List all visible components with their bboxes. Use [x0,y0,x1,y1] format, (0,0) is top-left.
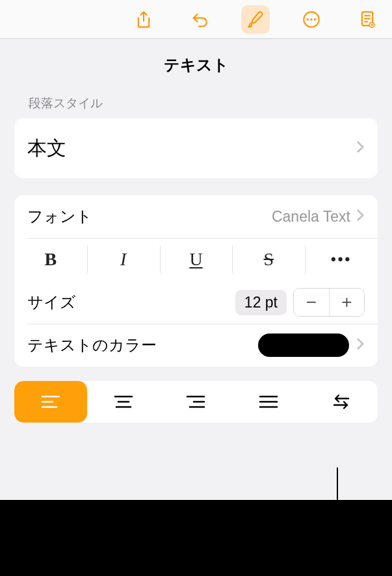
align-right-button[interactable] [160,381,233,423]
text-direction-icon [332,394,351,410]
alignment-bar [14,381,378,423]
chevron-right-icon [356,140,365,156]
font-value: Canela Text [272,208,350,226]
more-button[interactable] [297,5,326,34]
paragraph-style-label: 段落スタイル [14,95,378,118]
font-row[interactable]: フォント Canela Text [14,195,378,238]
chevron-right-icon [356,337,365,353]
format-button[interactable] [241,5,270,34]
text-color-swatch[interactable] [258,334,349,357]
format-panel: テキスト 段落スタイル 本文 フォント Canela Text [0,39,392,500]
paragraph-style-row[interactable]: 本文 [14,118,378,178]
text-color-label: テキストのカラー [27,335,157,356]
italic-button[interactable]: I [87,238,160,281]
bold-button[interactable]: B [14,238,87,281]
callout-line [337,467,338,558]
text-color-row[interactable]: テキストのカラー [14,324,378,367]
font-style-row: B I U S ••• [14,238,378,281]
panel-title: テキスト [14,39,378,95]
text-format-card: フォント Canela Text B I U S ••• サイズ [14,195,378,367]
align-left-button[interactable] [14,381,87,423]
document-icon [358,10,376,29]
size-value[interactable]: 12 pt [235,290,287,315]
paragraph-style-card: 本文 [14,118,378,178]
strikethrough-button[interactable]: S [232,238,305,281]
paragraph-style-value: 本文 [27,135,66,162]
align-justify-icon [259,394,278,410]
svg-point-2 [311,19,311,20]
svg-point-8 [369,21,374,27]
align-right-icon [186,394,205,410]
chevron-right-icon [356,209,365,224]
size-increment-button[interactable]: + [329,289,364,316]
more-circle-icon [302,10,320,29]
undo-button[interactable] [185,5,214,34]
svg-point-3 [315,19,315,20]
share-icon [135,10,153,29]
text-direction-button[interactable] [305,381,378,423]
align-center-icon [114,394,133,410]
align-justify-button[interactable] [232,381,305,423]
more-styles-button[interactable]: ••• [305,238,378,281]
size-label: サイズ [27,292,76,313]
undo-icon [190,10,209,29]
align-left-icon [41,394,60,410]
share-button[interactable] [129,5,158,34]
size-stepper: − + [293,288,365,317]
size-row: サイズ 12 pt − + [14,281,378,324]
svg-point-1 [307,19,307,20]
document-mode-button[interactable] [353,5,382,34]
size-decrement-button[interactable]: − [294,289,329,316]
align-center-button[interactable] [87,381,160,423]
font-label: フォント [27,206,92,227]
format-brush-icon [246,10,265,29]
top-toolbar [0,0,392,39]
underline-button[interactable]: U [160,238,233,281]
